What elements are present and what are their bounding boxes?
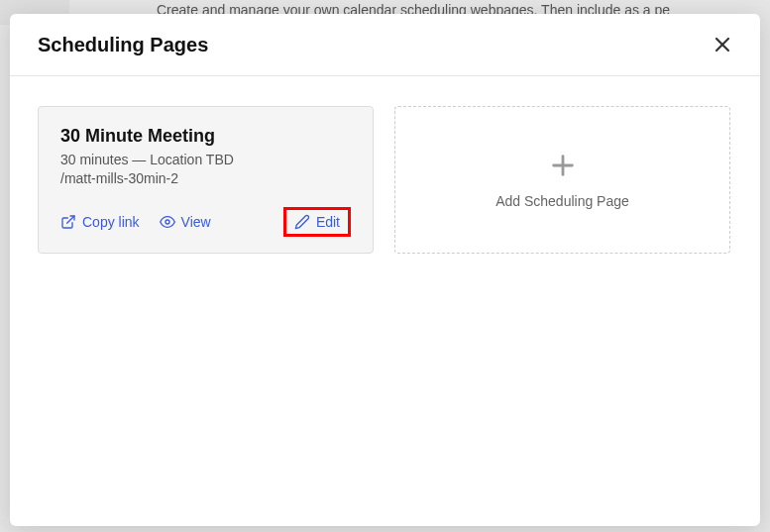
card-actions: Copy link View Edit bbox=[60, 207, 351, 237]
modal-header: Scheduling Pages bbox=[10, 14, 760, 76]
modal-title: Scheduling Pages bbox=[38, 34, 208, 56]
copy-link-label: Copy link bbox=[82, 214, 140, 230]
external-link-icon bbox=[60, 214, 76, 230]
scheduling-page-card: 30 Minute Meeting 30 minutes — Location … bbox=[38, 106, 374, 254]
edit-button[interactable]: Edit bbox=[294, 214, 340, 230]
modal-body: 30 Minute Meeting 30 minutes — Location … bbox=[10, 76, 760, 283]
edit-highlight-box: Edit bbox=[283, 207, 351, 237]
scheduling-pages-modal: Scheduling Pages 30 Minute Meeting 30 mi… bbox=[10, 14, 760, 526]
svg-line-2 bbox=[67, 216, 74, 223]
card-title: 30 Minute Meeting bbox=[60, 126, 351, 147]
view-label: View bbox=[181, 214, 211, 230]
add-scheduling-page-button[interactable]: Add Scheduling Page bbox=[394, 106, 730, 254]
view-button[interactable]: View bbox=[160, 214, 211, 230]
pencil-icon bbox=[294, 214, 310, 230]
plus-icon bbox=[549, 152, 577, 179]
card-subtitle: 30 minutes — Location TBD bbox=[60, 152, 351, 167]
close-icon bbox=[713, 35, 732, 54]
card-slug: /matt-mills-30min-2 bbox=[60, 170, 351, 186]
eye-icon bbox=[160, 214, 175, 230]
svg-point-3 bbox=[165, 220, 169, 224]
edit-label: Edit bbox=[316, 214, 340, 230]
copy-link-button[interactable]: Copy link bbox=[60, 214, 140, 230]
add-scheduling-page-label: Add Scheduling Page bbox=[495, 193, 629, 209]
close-button[interactable] bbox=[711, 33, 734, 56]
